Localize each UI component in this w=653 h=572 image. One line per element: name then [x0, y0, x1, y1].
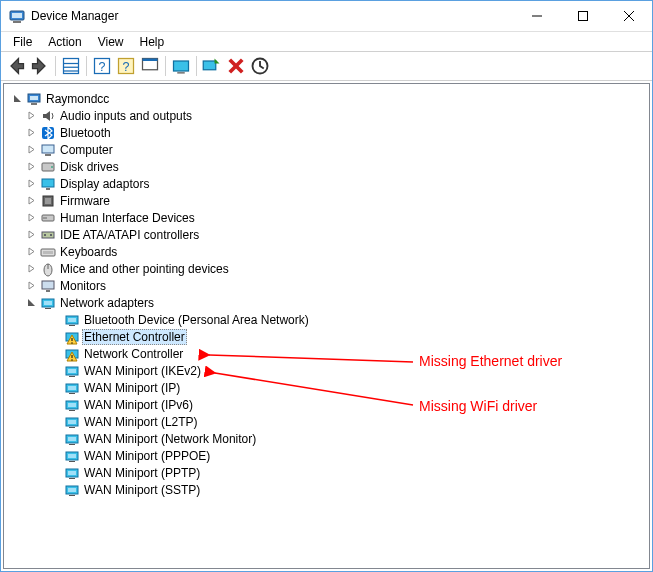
tree-view-wrapper: RaymondccAudio inputs and outputsBluetoo… [3, 83, 650, 569]
expand-icon[interactable] [24, 109, 38, 123]
tree-item[interactable]: WAN Miniport (IPv6) [6, 396, 647, 413]
toolbar-help2-button[interactable]: ? [115, 55, 137, 77]
svg-rect-82 [69, 495, 75, 496]
toolbar-scan-button[interactable] [201, 55, 223, 77]
toolbar: ? ? [1, 51, 652, 81]
warning-icon [64, 329, 80, 345]
warning-icon [64, 346, 80, 362]
svg-text:?: ? [99, 60, 106, 74]
computer-icon [26, 91, 42, 107]
toolbar-show-hidden-button[interactable] [170, 55, 192, 77]
svg-rect-79 [69, 478, 75, 479]
tree-root-item[interactable]: Raymondcc [6, 90, 647, 107]
svg-rect-34 [45, 198, 51, 204]
toolbar-update-button[interactable] [249, 55, 271, 77]
svg-text:?: ? [123, 60, 130, 74]
expand-icon[interactable] [24, 228, 38, 242]
firmware-icon [40, 193, 56, 209]
tree-item[interactable]: WAN Miniport (PPTP) [6, 464, 647, 481]
display-icon [40, 176, 56, 192]
tree-item-label: Network adapters [58, 296, 156, 310]
tree-item-label: IDE ATA/ATAPI controllers [58, 228, 201, 242]
expand-icon[interactable] [24, 279, 38, 293]
tree-item[interactable]: Network adapters [6, 294, 647, 311]
expand-icon[interactable] [24, 211, 38, 225]
minimize-button[interactable] [514, 1, 560, 31]
tree-item-label: Computer [58, 143, 115, 157]
tree-item[interactable]: Audio inputs and outputs [6, 107, 647, 124]
tree-item[interactable]: WAN Miniport (PPPOE) [6, 447, 647, 464]
tree-item-label: Disk drives [58, 160, 121, 174]
tree-item[interactable]: Keyboards [6, 243, 647, 260]
tree-item[interactable]: WAN Miniport (IP) [6, 379, 647, 396]
tree-item-label: Bluetooth [58, 126, 113, 140]
tree-item[interactable]: WAN Miniport (SSTP) [6, 481, 647, 498]
tree-item[interactable]: Mice and other pointing devices [6, 260, 647, 277]
svg-rect-43 [43, 251, 53, 254]
tree-item-label: Network Controller [82, 347, 185, 361]
tree-item-label: Firmware [58, 194, 112, 208]
network-icon [64, 363, 80, 379]
toolbar-back-button[interactable] [5, 55, 27, 77]
expand-icon[interactable] [24, 143, 38, 157]
tree-item[interactable]: Monitors [6, 277, 647, 294]
device-manager-window: Device Manager File Action View Help ? ?… [0, 0, 653, 572]
app-icon [9, 8, 25, 24]
toolbar-uninstall-button[interactable] [225, 55, 247, 77]
expand-icon[interactable] [24, 245, 38, 259]
tree-item[interactable]: WAN Miniport (IKEv2) [6, 362, 647, 379]
expand-icon[interactable] [24, 194, 38, 208]
tree-item[interactable]: IDE ATA/ATAPI controllers [6, 226, 647, 243]
menu-help[interactable]: Help [132, 33, 173, 51]
tree-item-label: WAN Miniport (IKEv2) [82, 364, 203, 378]
svg-rect-80 [68, 471, 76, 475]
collapse-icon[interactable] [24, 296, 38, 310]
tree-item[interactable]: Bluetooth [6, 124, 647, 141]
tree-item[interactable]: Disk drives [6, 158, 647, 175]
expand-icon[interactable] [24, 160, 38, 174]
expand-icon[interactable] [24, 126, 38, 140]
collapse-icon[interactable] [10, 92, 24, 106]
svg-rect-67 [69, 410, 75, 411]
tree-item[interactable]: Human Interface Devices [6, 209, 647, 226]
computer-icon [40, 142, 56, 158]
menu-view[interactable]: View [90, 33, 132, 51]
toolbar-help-button[interactable]: ? [91, 55, 113, 77]
svg-rect-62 [68, 369, 76, 373]
tree-item[interactable]: Bluetooth Device (Personal Area Network) [6, 311, 647, 328]
svg-rect-18 [177, 72, 185, 73]
network-icon [64, 397, 80, 413]
svg-rect-4 [579, 12, 588, 21]
network-icon [40, 295, 56, 311]
toolbar-forward-button[interactable] [29, 55, 51, 77]
network-icon [64, 380, 80, 396]
tree-item[interactable]: Ethernet Controller [6, 328, 647, 345]
ide-icon [40, 227, 56, 243]
tree-item[interactable]: Firmware [6, 192, 647, 209]
menu-file[interactable]: File [5, 33, 40, 51]
tree-item[interactable]: WAN Miniport (L2TP) [6, 413, 647, 430]
svg-point-39 [44, 234, 46, 236]
tree-item-label: WAN Miniport (L2TP) [82, 415, 200, 429]
tree-item-label: WAN Miniport (PPTP) [82, 466, 202, 480]
svg-rect-73 [69, 444, 75, 445]
tree-view[interactable]: RaymondccAudio inputs and outputsBluetoo… [6, 86, 647, 566]
tree-item[interactable]: Display adaptors [6, 175, 647, 192]
close-button[interactable] [606, 1, 652, 31]
toolbar-app-button[interactable] [139, 55, 161, 77]
svg-rect-77 [68, 454, 76, 458]
toolbar-separator [165, 56, 166, 76]
tree-item-label: WAN Miniport (IPv6) [82, 398, 195, 412]
tree-item[interactable]: Network Controller [6, 345, 647, 362]
svg-point-56 [71, 342, 72, 343]
toolbar-properties-button[interactable] [60, 55, 82, 77]
maximize-button[interactable] [560, 1, 606, 31]
menu-action[interactable]: Action [40, 33, 89, 51]
tree-item[interactable]: Computer [6, 141, 647, 158]
audio-icon [40, 108, 56, 124]
svg-rect-68 [68, 403, 76, 407]
tree-item[interactable]: WAN Miniport (Network Monitor) [6, 430, 647, 447]
expand-icon[interactable] [24, 262, 38, 276]
network-icon [64, 431, 80, 447]
expand-icon[interactable] [24, 177, 38, 191]
